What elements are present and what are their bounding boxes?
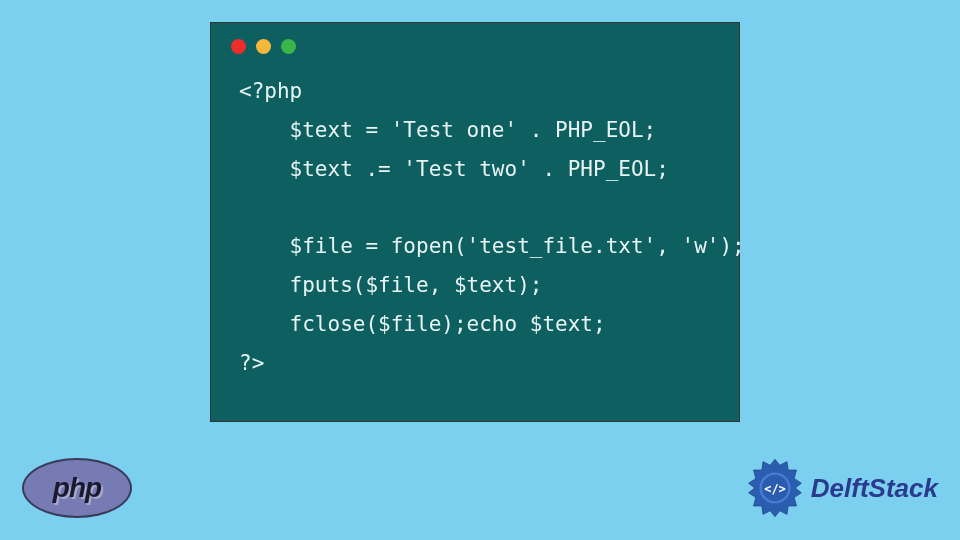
delftstack-logo: </> DelftStack: [745, 458, 938, 518]
code-line: fclose($file);echo $text;: [239, 312, 606, 336]
delftstack-gear-icon: </>: [745, 458, 805, 518]
window-controls: [211, 23, 739, 62]
code-line: ?>: [239, 351, 264, 375]
maximize-icon: [281, 39, 296, 54]
code-block: <?php $text = 'Test one' . PHP_EOL; $tex…: [211, 62, 739, 403]
code-line: $file = fopen('test_file.txt', 'w');: [239, 234, 745, 258]
php-logo: php: [22, 458, 132, 518]
code-line: <?php: [239, 79, 302, 103]
code-window: <?php $text = 'Test one' . PHP_EOL; $tex…: [210, 22, 740, 422]
code-line: fputs($file, $text);: [239, 273, 542, 297]
close-icon: [231, 39, 246, 54]
delftstack-logo-text: DelftStack: [811, 473, 938, 504]
code-line: $text .= 'Test two' . PHP_EOL;: [239, 157, 669, 181]
svg-text:</>: </>: [764, 482, 786, 496]
code-line: $text = 'Test one' . PHP_EOL;: [239, 118, 656, 142]
php-logo-text: php: [53, 472, 101, 504]
minimize-icon: [256, 39, 271, 54]
